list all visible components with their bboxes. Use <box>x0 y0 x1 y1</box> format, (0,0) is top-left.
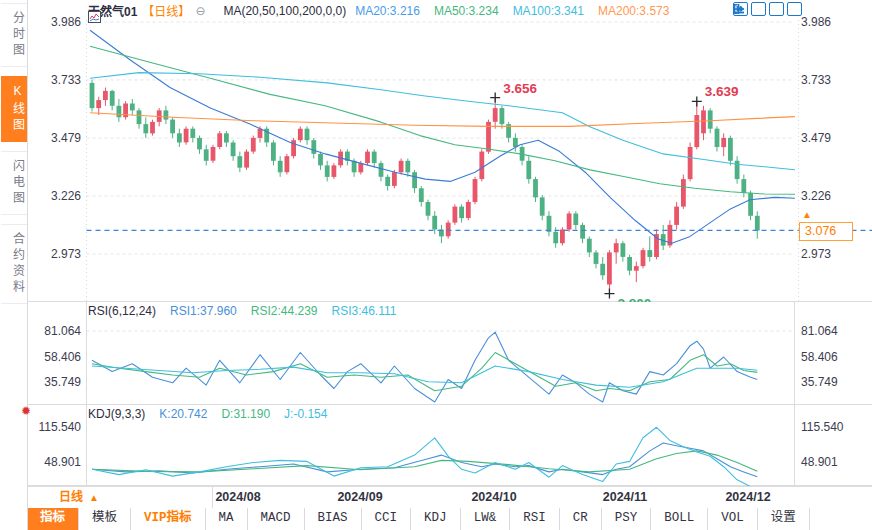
candle-body <box>372 152 377 164</box>
period-selector[interactable]: 日线▲ <box>27 487 213 508</box>
axis-scale-icon[interactable]: M <box>751 2 766 16</box>
indicator-line-RSI2 <box>92 353 757 391</box>
toolbar-tab-模板[interactable]: 模板 <box>79 508 131 530</box>
y-axis-label-left: 2.973 <box>51 247 81 261</box>
rsi-value: RSI1:37.960 <box>170 304 237 319</box>
indicator-line-J <box>92 427 757 486</box>
candle-body <box>143 124 148 133</box>
rsi-value: RSI3:46.111 <box>331 304 396 319</box>
candle-body <box>365 152 370 164</box>
candle-body <box>224 133 229 142</box>
candle-body <box>688 147 693 179</box>
candle-body <box>614 243 619 252</box>
toolbar-tab-CCI[interactable]: CCI <box>362 508 412 530</box>
toolbar-tab-KDJ[interactable]: KDJ <box>411 508 461 530</box>
ma-line-MA200 <box>90 113 795 127</box>
candle-body <box>278 161 283 173</box>
time-axis-label: 2024/09 <box>337 487 382 507</box>
sidebar-tab-K线图[interactable]: K线图 <box>1 76 27 142</box>
toolbar-tab-RSI[interactable]: RSI <box>510 508 560 530</box>
candle-body <box>560 230 565 244</box>
toolbar-tab-指标[interactable]: 指标 <box>27 508 79 530</box>
candle-body <box>715 129 720 147</box>
candle-body <box>540 197 545 215</box>
toolbar-tab-CR[interactable]: CR <box>560 508 602 530</box>
candle-body <box>580 225 585 239</box>
y-axis-label-right: 3.733 <box>801 73 831 87</box>
kdj-header: KDJ(9,3,3) K:20.742D:31.190J:-0.154 <box>88 407 327 422</box>
ma-value: MA100:3.341 <box>513 4 584 18</box>
chart-type-sidebar: 分时图K线图闪电图合约资料 <box>0 0 28 530</box>
candle-body <box>493 108 498 122</box>
candle-body <box>379 163 384 177</box>
axis-play-icon[interactable] <box>769 2 784 16</box>
toolbar-tab-BIAS[interactable]: BIAS <box>305 508 362 530</box>
period-tag[interactable]: 【日线】 <box>142 2 190 19</box>
y-axis-label-left: 35.749 <box>44 375 81 389</box>
kdj-values: K:20.742D:31.190J:-0.154 <box>159 407 327 422</box>
toolbar-tab-VIP指标[interactable]: VIP指标 <box>131 508 206 530</box>
candle-body <box>755 216 760 231</box>
exit-right-icon[interactable] <box>787 2 802 16</box>
toolbar-tab-MA[interactable]: MA <box>206 508 248 530</box>
y-axis-label-right: 3.986 <box>801 15 831 29</box>
kdj-title[interactable]: KDJ(9,3,3) <box>88 407 145 422</box>
candle-body <box>594 252 599 264</box>
toolbar-tab-VOL[interactable]: VOL <box>708 508 758 530</box>
rsi-values: RSI1:37.960RSI2:44.239RSI3:46.111 <box>170 304 396 319</box>
candlestick-layer <box>90 80 760 294</box>
candle-body <box>211 147 216 161</box>
kdj-value: D:31.190 <box>221 407 270 422</box>
ma-value: MA200:3.573 <box>598 4 669 18</box>
candle-body <box>694 115 699 147</box>
candle-body <box>110 91 115 106</box>
toolbar-tab-设置[interactable]: 设置 <box>758 508 810 530</box>
sidebar-tab-分时图[interactable]: 分时图 <box>1 3 27 67</box>
ma-formula[interactable]: MA(20,50,100,200,0,0) <box>223 4 346 18</box>
candle-body <box>634 266 639 271</box>
candle-body <box>426 202 431 216</box>
candle-body <box>641 250 646 266</box>
sidebar-tab-闪电图[interactable]: 闪电图 <box>1 151 27 215</box>
price-annotation: 3.656 <box>503 81 537 96</box>
toolbar-tab-BOLL[interactable]: BOLL <box>651 508 708 530</box>
candle-body <box>392 172 397 186</box>
indicator-toolbar: 指标模板VIP指标MAMACDBIASCCIKDJLW&RSICRPSYBOLL… <box>27 508 872 530</box>
y-axis-label-right: 115.540 <box>801 420 844 434</box>
candle-body <box>500 108 505 124</box>
rsi-title[interactable]: RSI(6,12,24) <box>88 304 156 319</box>
time-axis-row: 日线▲ 2024/082024/092024/102024/112024/12 <box>27 486 872 509</box>
collapse-icon[interactable]: ⊖ <box>195 4 205 18</box>
candle-body <box>446 223 451 237</box>
candle-body <box>453 207 458 223</box>
rsi-header: RSI(6,12,24) RSI1:37.960RSI2:44.239RSI3:… <box>88 304 396 319</box>
y-axis-label-right: 58.406 <box>801 350 838 364</box>
candle-body <box>358 163 363 172</box>
candle-body <box>721 138 726 147</box>
ma-line-MA20 <box>90 30 795 243</box>
indicator-line-RSI1 <box>92 332 757 402</box>
time-axis-label: 2024/10 <box>471 487 516 507</box>
candle-body <box>103 91 108 100</box>
candle-body <box>479 152 484 180</box>
y-axis-label-left: 115.540 <box>39 420 82 434</box>
price-marker-cross <box>692 96 702 106</box>
y-axis-label-left: 81.064 <box>44 324 81 338</box>
candle-body <box>526 161 531 179</box>
candle-body <box>708 110 713 128</box>
candle-body <box>466 202 471 218</box>
candle-body <box>117 106 122 118</box>
indicator-line-D <box>92 451 757 472</box>
candle-body <box>513 138 518 147</box>
toolbar-tab-MACD[interactable]: MACD <box>248 508 305 530</box>
y-axis-label-left: 3.986 <box>51 15 81 29</box>
toolbar-tab-PSY[interactable]: PSY <box>602 508 652 530</box>
sidebar-tab-合约资料[interactable]: 合约资料 <box>1 224 27 304</box>
candle-body <box>197 138 202 150</box>
candle-body <box>627 257 632 271</box>
candle-body <box>547 216 552 232</box>
toolbar-tab-LW&[interactable]: LW& <box>461 508 511 530</box>
candle-body <box>150 122 155 133</box>
indicator-settings-icon[interactable]: ✹ <box>21 404 31 418</box>
main-chart-svg[interactable]: 3.9863.9863.7333.7333.4793.4793.2263.226… <box>0 0 872 302</box>
